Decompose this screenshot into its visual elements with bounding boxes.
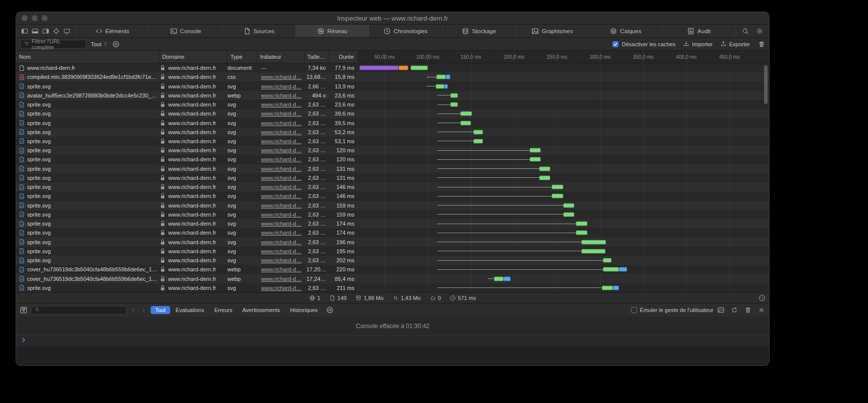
request-initiator[interactable]: www.richard-d… [257,265,305,274]
resource-type-dropdown[interactable]: Tout [91,41,108,47]
network-request-row[interactable]: sprite.svgwww.richard-dern.frsvgwww.rich… [16,164,769,173]
network-request-row[interactable]: sprite.svgwww.richard-dern.frsvgwww.rich… [16,256,769,265]
settings-gear-icon[interactable] [756,28,763,35]
request-initiator[interactable]: www.richard-d… [257,72,305,81]
tab-network[interactable]: Réseau [296,25,369,37]
network-request-row[interactable]: sprite.svgwww.richard-dern.frsvgwww.rich… [16,109,769,118]
panel-right-icon[interactable] [42,28,49,35]
console-scope-avertissements[interactable]: Avertissements [238,306,285,314]
network-request-row[interactable]: sprite.svgwww.richard-dern.frsvgwww.rich… [16,100,769,109]
request-initiator[interactable]: www.richard-d… [257,155,305,164]
url-filter-input[interactable]: Filtrer l'URL complète [20,40,86,49]
request-initiator[interactable]: www.richard-d… [257,274,305,283]
close-button[interactable] [22,15,28,21]
minimize-button[interactable] [32,15,38,21]
activity-refresh-icon[interactable] [731,307,738,314]
network-request-row[interactable]: sprite.svgwww.richard-dern.frsvgwww.rich… [16,118,769,127]
zoom-button[interactable] [42,15,48,21]
network-request-row[interactable]: sprite.svgwww.richard-dern.frsvgwww.rich… [16,201,769,210]
network-request-row[interactable]: sprite.svgwww.richard-dern.frsvgwww.rich… [16,247,769,256]
tab-console[interactable]: Console [149,25,222,37]
help-icon[interactable]: ? [759,294,766,301]
request-initiator[interactable]: www.richard-d… [257,137,305,146]
network-request-row[interactable]: sprite.svgwww.richard-dern.frsvgwww.rich… [16,146,769,155]
network-request-row[interactable]: sprite.svgwww.richard-dern.frsvgwww.rich… [16,219,769,228]
column-header-taille[interactable]: Taille… [305,51,329,63]
tab-sources[interactable]: Sources [222,25,296,37]
network-request-row[interactable]: cover_hu736519dc3b5040cfa48b6b559b6de6ec… [16,274,769,283]
request-initiator[interactable]: www.richard-d… [257,164,305,173]
console-scope-tout[interactable]: Tout [151,306,170,314]
request-initiator[interactable]: www.richard-d… [257,182,305,191]
network-request-row[interactable]: sprite.svgwww.richard-dern.frsvgwww.rich… [16,173,769,182]
inspect-icon[interactable] [53,28,60,35]
emulate-user-gesture-checkbox[interactable]: Émuler le geste de l'utilisateur [631,307,713,313]
column-header-nom[interactable]: Nom [16,51,159,63]
split-console-icon[interactable] [717,307,724,314]
network-request-row[interactable]: sprite.svgwww.richard-dern.frsvgwww.rich… [16,155,769,164]
tab-graphics[interactable]: Graphismes [516,25,589,37]
request-initiator[interactable]: www.richard-d… [257,201,305,210]
network-request-row[interactable]: sprite.svgwww.richard-dern.frsvgwww.rich… [16,210,769,219]
network-request-row[interactable]: sprite.svgwww.richard-dern.frsvgwww.rich… [16,191,769,200]
network-request-row[interactable]: sprite.svgwww.richard-dern.frsvgwww.rich… [16,283,769,292]
tab-storage[interactable]: Stockage [443,25,516,37]
console-search-input[interactable] [31,306,127,315]
network-request-row[interactable]: avatar_hu85ecc3e298728880b0bde2dcc4e5c23… [16,91,769,100]
request-initiator[interactable]: www.richard-d… [257,210,305,219]
column-header-type[interactable]: Type [227,51,257,63]
export-button[interactable]: Exporter [720,41,750,48]
request-initiator[interactable]: www.richard-d… [257,109,305,118]
next-result-icon[interactable] [141,307,147,313]
device-icon[interactable] [63,28,70,35]
tab-layers[interactable]: Calques [589,25,663,37]
message-filter-icon[interactable] [20,307,27,314]
network-request-row[interactable]: cover_hu736519dc3b5040cfa48b6b559b6de6ec… [16,265,769,274]
previous-result-icon[interactable] [131,307,137,313]
tab-timelines[interactable]: Chronologies [369,25,442,37]
console-scope-erreurs[interactable]: Erreurs [210,306,237,314]
titlebar[interactable]: Inspecteur web — www.richard-dern.fr [16,12,769,25]
vertical-scrollbar[interactable] [764,65,768,104]
column-header-duree[interactable]: Durée [329,51,358,63]
request-initiator[interactable]: www.richard-d… [257,146,305,155]
request-initiator[interactable]: www.richard-d… [257,91,305,100]
tab-audit[interactable]: Audit [663,25,736,37]
network-request-row[interactable]: sprite.svgwww.richard-dern.frsvgwww.rich… [16,128,769,137]
column-header-domaine[interactable]: Domaine [159,51,227,63]
column-header-initiateur[interactable]: Initiateur [257,51,305,63]
clear-network-trash-icon[interactable] [758,41,765,48]
tab-elements[interactable]: Éléments [76,25,149,37]
request-initiator[interactable]: www.richard-d… [257,118,305,127]
console-options-icon[interactable] [326,307,333,314]
console-prompt[interactable] [16,335,769,345]
request-initiator[interactable]: www.richard-d… [257,283,305,292]
disable-caches-checkbox[interactable]: Désactiver les caches [612,41,675,47]
expand-console-icon[interactable] [758,307,765,314]
filter-options-icon[interactable] [112,41,119,48]
search-icon[interactable] [742,28,749,35]
network-request-row[interactable]: sprite.svgwww.richard-dern.frsvgwww.rich… [16,182,769,191]
import-button[interactable]: Importer [683,41,712,48]
panel-left-icon[interactable] [21,28,28,35]
network-request-row[interactable]: sprite.svgwww.richard-dern.frsvgwww.rich… [16,237,769,246]
network-request-row[interactable]: www.richard-dern.frwww.richard-dern.frdo… [16,63,769,72]
console-scope-historiques[interactable]: Historiques [286,306,322,314]
request-initiator[interactable]: www.richard-d… [257,81,305,90]
request-initiator[interactable]: www.richard-d… [257,191,305,200]
network-request-row[interactable]: sprite.svgwww.richard-dern.frsvgwww.rich… [16,228,769,237]
network-request-row[interactable]: sprite.svgwww.richard-dern.frsvgwww.rich… [16,137,769,146]
request-initiator[interactable]: www.richard-d… [257,256,305,265]
clear-console-trash-icon[interactable] [745,307,752,314]
network-request-row[interactable]: compiled.min.38390909f303624ed9e1cf1bd3f… [16,72,769,81]
request-initiator[interactable]: www.richard-d… [257,247,305,256]
request-initiator[interactable]: www.richard-d… [257,173,305,182]
request-initiator[interactable]: www.richard-d… [257,237,305,246]
request-initiator[interactable]: www.richard-d… [257,100,305,109]
request-initiator[interactable]: www.richard-d… [257,128,305,137]
request-initiator[interactable]: www.richard-d… [257,228,305,237]
console-scope-évaluations[interactable]: Évaluations [171,306,209,314]
network-request-row[interactable]: sprite.svgwww.richard-dern.frsvgwww.rich… [16,81,769,90]
request-initiator[interactable]: www.richard-d… [257,219,305,228]
panel-bottom-icon[interactable] [32,28,39,35]
